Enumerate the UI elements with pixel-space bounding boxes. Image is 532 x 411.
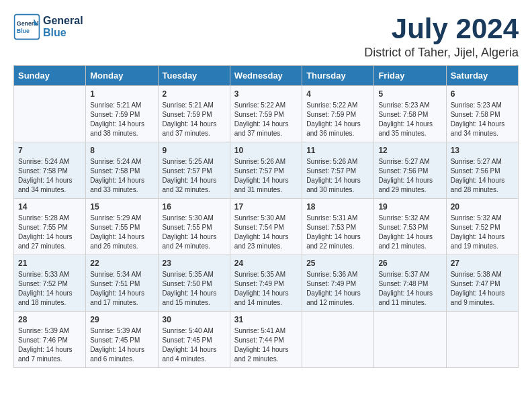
cell-info: Sunrise: 5:27 AMSunset: 7:56 PMDaylight:… [451, 157, 514, 195]
cell-info: Sunrise: 5:23 AMSunset: 7:58 PMDaylight:… [378, 101, 441, 138]
cell-info: Sunrise: 5:35 AMSunset: 7:49 PMDaylight:… [234, 270, 298, 308]
calendar-cell: 9Sunrise: 5:25 AMSunset: 7:57 PMDaylight… [158, 142, 230, 199]
main-title: July 2024 [364, 13, 519, 44]
calendar-cell: 10Sunrise: 5:26 AMSunset: 7:57 PMDayligh… [230, 142, 302, 199]
cell-info: Sunrise: 5:24 AMSunset: 7:58 PMDaylight:… [90, 157, 153, 195]
cell-info: Sunrise: 5:30 AMSunset: 7:55 PMDaylight:… [163, 214, 226, 251]
cell-info: Sunrise: 5:21 AMSunset: 7:59 PMDaylight:… [90, 101, 153, 138]
cell-info: Sunrise: 5:22 AMSunset: 7:59 PMDaylight:… [306, 101, 369, 138]
week-row-4: 21Sunrise: 5:33 AMSunset: 7:52 PMDayligh… [14, 255, 519, 312]
cell-info: Sunrise: 5:41 AMSunset: 7:44 PMDaylight:… [234, 326, 298, 364]
day-number: 27 [451, 259, 514, 268]
day-number: 16 [163, 202, 226, 212]
calendar-cell: 1Sunrise: 5:21 AMSunset: 7:59 PMDaylight… [86, 86, 158, 142]
calendar-cell: 6Sunrise: 5:23 AMSunset: 7:58 PMDaylight… [446, 86, 518, 142]
header-tuesday: Tuesday [158, 66, 230, 86]
header-thursday: Thursday [302, 66, 374, 86]
day-number: 31 [234, 315, 298, 324]
svg-text:Blue: Blue [17, 28, 30, 34]
calendar-cell: 19Sunrise: 5:32 AMSunset: 7:53 PMDayligh… [374, 199, 446, 255]
day-number: 3 [234, 89, 298, 99]
day-number: 24 [234, 259, 298, 268]
day-number: 9 [163, 146, 226, 155]
calendar-cell: 13Sunrise: 5:27 AMSunset: 7:56 PMDayligh… [446, 142, 518, 199]
header-row: SundayMondayTuesdayWednesdayThursdayFrid… [14, 66, 519, 86]
day-number: 29 [90, 315, 153, 324]
cell-info: Sunrise: 5:32 AMSunset: 7:53 PMDaylight:… [378, 214, 441, 251]
calendar-cell: 18Sunrise: 5:31 AMSunset: 7:53 PMDayligh… [302, 199, 374, 255]
cell-info: Sunrise: 5:28 AMSunset: 7:55 PMDaylight:… [18, 214, 81, 251]
calendar-cell: 22Sunrise: 5:34 AMSunset: 7:51 PMDayligh… [86, 255, 158, 312]
calendar-cell: 5Sunrise: 5:23 AMSunset: 7:58 PMDaylight… [374, 86, 446, 142]
cell-info: Sunrise: 5:40 AMSunset: 7:45 PMDaylight:… [163, 326, 226, 364]
header-wednesday: Wednesday [230, 66, 302, 86]
logo-general-text: General [43, 15, 83, 27]
day-number: 4 [306, 89, 369, 99]
day-number: 14 [18, 202, 81, 212]
day-number: 1 [90, 89, 153, 99]
week-row-3: 14Sunrise: 5:28 AMSunset: 7:55 PMDayligh… [14, 199, 519, 255]
subtitle: District of Taher, Jijel, Algeria [364, 46, 519, 60]
calendar-cell: 31Sunrise: 5:41 AMSunset: 7:44 PMDayligh… [230, 312, 302, 368]
header-friday: Friday [374, 66, 446, 86]
calendar-cell [374, 312, 446, 368]
cell-info: Sunrise: 5:29 AMSunset: 7:55 PMDaylight:… [90, 214, 153, 251]
week-row-1: 1Sunrise: 5:21 AMSunset: 7:59 PMDaylight… [14, 86, 519, 142]
calendar-cell: 30Sunrise: 5:40 AMSunset: 7:45 PMDayligh… [158, 312, 230, 368]
header-saturday: Saturday [446, 66, 518, 86]
day-number: 21 [18, 259, 81, 268]
day-number: 22 [90, 259, 153, 268]
cell-info: Sunrise: 5:31 AMSunset: 7:53 PMDaylight:… [306, 214, 369, 251]
cell-info: Sunrise: 5:27 AMSunset: 7:56 PMDaylight:… [378, 157, 441, 195]
calendar-cell: 8Sunrise: 5:24 AMSunset: 7:58 PMDaylight… [86, 142, 158, 199]
calendar-cell: 2Sunrise: 5:21 AMSunset: 7:59 PMDaylight… [158, 86, 230, 142]
calendar-cell: 11Sunrise: 5:26 AMSunset: 7:57 PMDayligh… [302, 142, 374, 199]
calendar-cell: 26Sunrise: 5:37 AMSunset: 7:48 PMDayligh… [374, 255, 446, 312]
calendar-cell: 17Sunrise: 5:30 AMSunset: 7:54 PMDayligh… [230, 199, 302, 255]
cell-info: Sunrise: 5:35 AMSunset: 7:50 PMDaylight:… [163, 270, 226, 308]
day-number: 12 [378, 146, 441, 155]
day-number: 19 [378, 202, 441, 212]
calendar-cell: 16Sunrise: 5:30 AMSunset: 7:55 PMDayligh… [158, 199, 230, 255]
day-number: 11 [306, 146, 369, 155]
cell-info: Sunrise: 5:39 AMSunset: 7:46 PMDaylight:… [18, 326, 81, 364]
logo-blue-text: Blue [43, 27, 83, 39]
calendar-cell: 12Sunrise: 5:27 AMSunset: 7:56 PMDayligh… [374, 142, 446, 199]
calendar-cell [446, 312, 518, 368]
cell-info: Sunrise: 5:36 AMSunset: 7:49 PMDaylight:… [306, 270, 369, 308]
calendar-cell: 20Sunrise: 5:32 AMSunset: 7:52 PMDayligh… [446, 199, 518, 255]
calendar-cell: 28Sunrise: 5:39 AMSunset: 7:46 PMDayligh… [14, 312, 86, 368]
day-number: 20 [451, 202, 514, 212]
calendar-cell: 3Sunrise: 5:22 AMSunset: 7:59 PMDaylight… [230, 86, 302, 142]
cell-info: Sunrise: 5:39 AMSunset: 7:45 PMDaylight:… [90, 326, 153, 364]
cell-info: Sunrise: 5:25 AMSunset: 7:57 PMDaylight:… [163, 157, 226, 195]
cell-info: Sunrise: 5:23 AMSunset: 7:58 PMDaylight:… [451, 101, 514, 138]
cell-info: Sunrise: 5:34 AMSunset: 7:51 PMDaylight:… [90, 270, 153, 308]
day-number: 13 [451, 146, 514, 155]
cell-info: Sunrise: 5:30 AMSunset: 7:54 PMDaylight:… [234, 214, 298, 251]
day-number: 23 [163, 259, 226, 268]
calendar-cell: 14Sunrise: 5:28 AMSunset: 7:55 PMDayligh… [14, 199, 86, 255]
day-number: 15 [90, 202, 153, 212]
calendar-cell: 27Sunrise: 5:38 AMSunset: 7:47 PMDayligh… [446, 255, 518, 312]
day-number: 28 [18, 315, 81, 324]
header-sunday: Sunday [14, 66, 86, 86]
calendar-cell: 29Sunrise: 5:39 AMSunset: 7:45 PMDayligh… [86, 312, 158, 368]
day-number: 18 [306, 202, 369, 212]
cell-info: Sunrise: 5:21 AMSunset: 7:59 PMDaylight:… [163, 101, 226, 138]
cell-info: Sunrise: 5:22 AMSunset: 7:59 PMDaylight:… [234, 101, 298, 138]
cell-info: Sunrise: 5:32 AMSunset: 7:52 PMDaylight:… [451, 214, 514, 251]
cell-info: Sunrise: 5:38 AMSunset: 7:47 PMDaylight:… [451, 270, 514, 308]
day-number: 25 [306, 259, 369, 268]
calendar-cell: 24Sunrise: 5:35 AMSunset: 7:49 PMDayligh… [230, 255, 302, 312]
day-number: 8 [90, 146, 153, 155]
day-number: 30 [163, 315, 226, 324]
cell-info: Sunrise: 5:24 AMSunset: 7:58 PMDaylight:… [18, 157, 81, 195]
calendar-cell [14, 86, 86, 142]
calendar-cell [302, 312, 374, 368]
day-number: 10 [234, 146, 298, 155]
calendar-cell: 25Sunrise: 5:36 AMSunset: 7:49 PMDayligh… [302, 255, 374, 312]
day-number: 26 [378, 259, 441, 268]
week-row-2: 7Sunrise: 5:24 AMSunset: 7:58 PMDaylight… [14, 142, 519, 199]
calendar-cell: 4Sunrise: 5:22 AMSunset: 7:59 PMDaylight… [302, 86, 374, 142]
